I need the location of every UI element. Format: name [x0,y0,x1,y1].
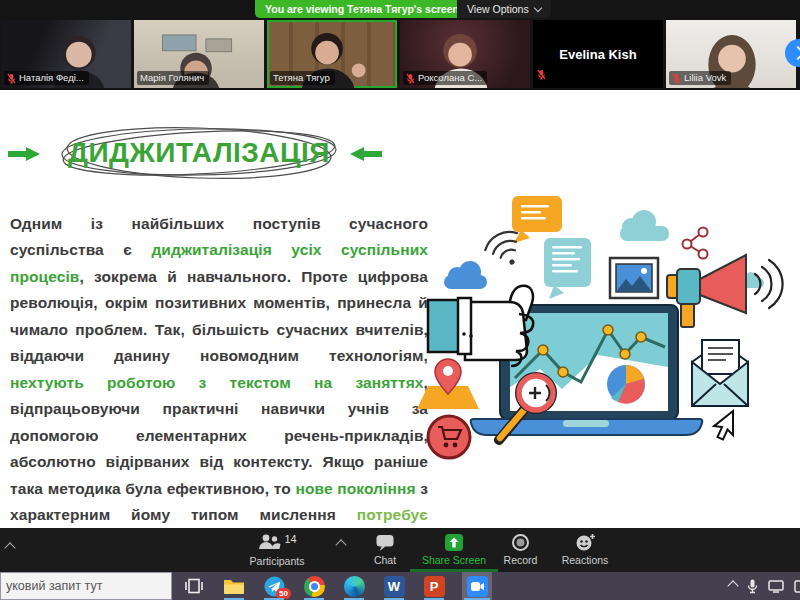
task-view-button[interactable] [182,572,206,600]
share-screen-label: Share Screen [422,554,486,566]
tray-microphone-icon[interactable] [747,579,758,594]
shopping-cart-icon [428,416,470,458]
participant-name-badge: Наталія Феді... [4,71,89,85]
participant-name-badge: Марія Голянич [137,71,209,85]
share-screen-icon [444,533,464,552]
chevron-right-icon [790,46,800,60]
muted-mic-icon [7,73,16,84]
zoom-app-icon [467,576,488,597]
powerpoint-button[interactable]: P [422,572,446,600]
speech-bubble-orange-icon [512,196,562,243]
paragraph-segment: нове покоління [295,480,415,497]
screen-share-banner-text: You are viewing Тетяна Тягур's screen [265,3,459,15]
participant-tile-camera-off[interactable]: Evelina Kish [533,20,663,88]
participant-tile[interactable]: Роксолана С... [400,20,530,88]
view-options-label: View Options [467,3,529,15]
muted-mic-icon [672,73,681,84]
shared-slide: ДИДЖИТАЛІЗАЦІЯ Одним із найбільших посту… [0,90,800,528]
screen-share-banner: You are viewing Тетяна Тягур's screen [255,0,469,18]
participants-label: Participants [250,555,305,567]
participant-name-badge: Роксолана С... [403,71,487,85]
edge-button[interactable] [342,572,366,600]
task-view-icon [184,577,204,595]
edge-icon [344,576,365,597]
digitalization-illustration [415,182,800,522]
system-tray [729,579,800,594]
muted-mic-icon [537,66,546,84]
tray-display-icon[interactable] [768,580,784,593]
word-icon: W [384,576,405,597]
chat-label: Chat [374,554,396,566]
taskbar-apps: 50 W P [182,572,492,600]
reactions-button[interactable]: Reactions [552,533,618,566]
zoom-app-button[interactable] [462,572,492,600]
thumbs-up-icon [428,286,533,366]
zoom-toolbar: 14 Participants Chat Share Screen R [0,528,800,572]
participant-name: Марія Голянич [140,72,204,84]
chat-button[interactable]: Chat [360,533,410,566]
file-explorer-button[interactable] [222,572,246,600]
zoom-meeting-window: Наталія Феді... Марія Голянич [0,0,800,600]
participants-menu-chevron-icon[interactable] [335,539,346,550]
cloud-blue [444,261,487,289]
participant-tile[interactable]: Наталія Феді... [1,20,131,88]
chat-icon [375,533,395,552]
telegram-button[interactable]: 50 [262,572,286,600]
arrow-right-icon [8,147,40,161]
word-button[interactable]: W [382,572,406,600]
tray-expand-chevron-icon[interactable] [727,580,738,591]
taskbar-search-text: уковий запит тут [6,579,102,593]
map-pin-icon [417,359,479,409]
record-icon [511,533,530,552]
share-screen-button[interactable]: Share Screen [410,533,498,566]
participant-tile[interactable]: Liliia Vovk [666,20,796,88]
file-explorer-icon [223,577,245,595]
tray-partial-icon[interactable] [794,580,800,593]
participant-name: Evelina Kish [559,47,636,62]
picture-frame-icon [610,258,658,298]
mouse-cursor-icon [714,411,733,440]
participant-name: Тетяна Тягур [273,72,330,84]
participants-button[interactable]: 14 Participants [232,533,322,567]
toolbar-expand-chevron-icon[interactable] [4,542,15,553]
paragraph-segment: нехтують роботою з текстом на заняттях [10,374,424,391]
paragraph-segment: , відпрацьовуючи практичні навички учнів… [10,374,428,497]
envelope-letter-icon [692,340,748,406]
participant-tile-active-speaker[interactable]: Тетяна Тягур [267,20,397,88]
participant-name-badge: Тетяна Тягур [270,71,335,85]
telegram-unread-badge: 50 [276,588,291,599]
muted-mic-icon [406,73,415,84]
powerpoint-icon: P [424,576,445,597]
view-options-button[interactable]: View Options [457,0,551,18]
participant-name-badge: Liliia Vovk [669,71,731,85]
participant-name: Роксолана С... [418,72,482,84]
pie-chart-icon [607,365,645,404]
participant-tile[interactable]: Марія Голянич [134,20,264,88]
slide-title-zone: ДИДЖИТАЛІЗАЦІЯ [58,123,340,183]
speech-bubble-teal-icon [544,238,591,299]
participants-icon [257,533,281,551]
reactions-icon [575,533,596,552]
chevron-down-icon [533,4,541,12]
chrome-button[interactable] [302,572,326,600]
participant-name: Наталія Феді... [19,72,84,84]
arrow-left-icon [350,147,382,161]
share-network-icon [683,228,708,259]
record-button[interactable]: Record [493,533,548,566]
windows-taskbar: уковий запит тут 50 [0,572,800,600]
participant-tiles: Наталія Феді... Марія Голянич [1,20,796,88]
slide-paragraph: Одним із найбільших поступів сучасного с… [10,211,428,556]
participants-count: 14 [284,533,296,545]
slide-title: ДИДЖИТАЛІЗАЦІЯ [58,123,340,183]
participant-name: Liliia Vovk [684,72,726,84]
record-label: Record [504,554,538,566]
chrome-icon [304,576,325,597]
taskbar-search-input[interactable]: уковий запит тут [0,572,172,600]
reactions-label: Reactions [562,554,609,566]
